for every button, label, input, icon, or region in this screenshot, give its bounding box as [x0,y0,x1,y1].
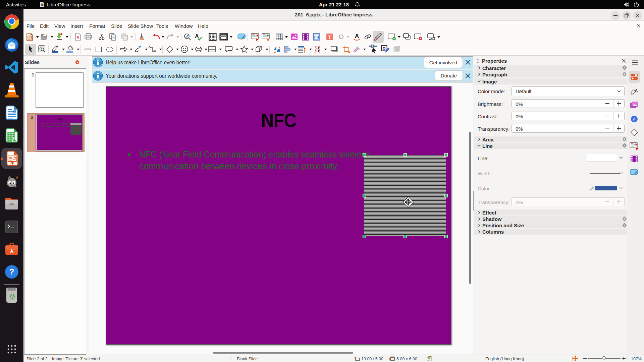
svg-text:?: ? [9,267,14,276]
svg-text:Ω: Ω [338,33,344,41]
svg-text:A: A [355,33,359,40]
svg-text:A: A [76,36,79,39]
svg-text:T: T [328,34,331,40]
svg-text:A: A [635,88,638,93]
